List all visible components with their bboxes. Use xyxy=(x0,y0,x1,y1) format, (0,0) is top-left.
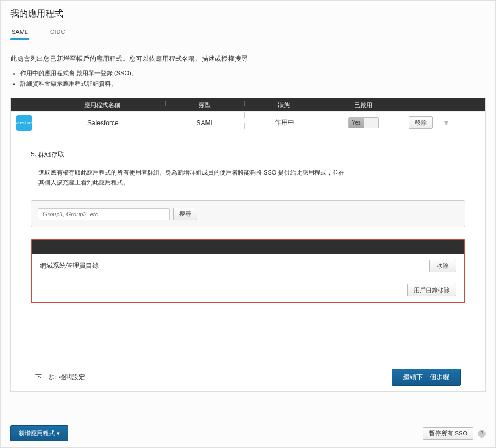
intro-bullet-2: 詳細資料會顯示應用程式詳細資料。 xyxy=(20,80,486,88)
app-row[interactable]: salesforce Salesforce SAML 作用中 Yes 移除 ▼ xyxy=(11,111,485,133)
help-icon[interactable]: ? xyxy=(478,430,486,438)
group-row: 用戶目錄移除 xyxy=(32,278,464,302)
toggle-yes-label: Yes xyxy=(349,118,364,128)
intro-line: 此處會列出您已新增至帳戶的應用程式。您可以依應用程式名稱、描述或授權搜尋 xyxy=(10,54,486,64)
app-status-cell: 作用中 xyxy=(244,112,324,133)
tab-saml[interactable]: SAML xyxy=(10,25,29,40)
group-row: 網域系統管理員目錄 移除 xyxy=(32,254,464,278)
group-remove-button[interactable]: 移除 xyxy=(429,260,456,272)
group-table-header xyxy=(32,240,464,254)
pause-all-sso-button[interactable]: 暫停所有 SSO xyxy=(423,427,473,440)
step-description: 選取應有權存取此應用程式的所有使用者群組。身為新增群組成員的使用者將能夠將 SS… xyxy=(38,168,346,187)
step-number: 5. xyxy=(31,150,36,158)
user-directory-remove-button[interactable]: 用戶目錄移除 xyxy=(407,284,456,296)
remove-button[interactable]: 移除 xyxy=(409,116,433,129)
enabled-toggle[interactable]: Yes xyxy=(348,117,379,128)
th-status: 狀態 xyxy=(244,101,324,109)
tab-oidc[interactable]: OIDC xyxy=(49,25,66,40)
group-search-box: 搜尋 xyxy=(31,200,465,227)
step-title: 5. 群組存取 xyxy=(31,150,465,159)
th-type: 類型 xyxy=(165,101,244,109)
app-table: 應用程式名稱 類型 狀態 已啟用 salesforce Salesforce S… xyxy=(10,98,486,392)
step-title-text: 群組存取 xyxy=(38,150,64,158)
continue-next-step-button[interactable]: 繼續下一個步驟 xyxy=(392,369,461,386)
next-step-label: 下一步: 檢閱設定 xyxy=(35,373,85,382)
intro-bullet-1: 作用中的應用程式會 啟用單一登錄 (SSO)。 xyxy=(20,69,486,77)
search-button[interactable]: 搜尋 xyxy=(173,208,197,220)
app-name-cell: Salesforce xyxy=(40,112,166,133)
group-search-input[interactable] xyxy=(38,208,170,220)
th-app-name: 應用程式名稱 xyxy=(40,101,165,109)
th-enabled: 已啟用 xyxy=(324,101,403,109)
group-access-table: 網域系統管理員目錄 移除 用戶目錄移除 xyxy=(31,239,465,303)
bottom-bar: 新增應用程式 ▾ 暫停所有 SSO ? xyxy=(1,419,495,447)
intro-text: 此處會列出您已新增至帳戶的應用程式。您可以依應用程式名稱、描述或授權搜尋 作用中… xyxy=(10,54,486,88)
chevron-down-icon[interactable]: ▼ xyxy=(443,119,450,127)
add-app-button[interactable]: 新增應用程式 ▾ xyxy=(10,425,68,441)
tabs-bar: SAML OIDC xyxy=(10,25,486,40)
page-title: 我的應用程式 xyxy=(10,8,486,20)
salesforce-icon: salesforce xyxy=(16,115,32,131)
app-type-cell: SAML xyxy=(166,112,245,133)
group-row-label: 網域系統管理員目錄 xyxy=(40,261,99,271)
